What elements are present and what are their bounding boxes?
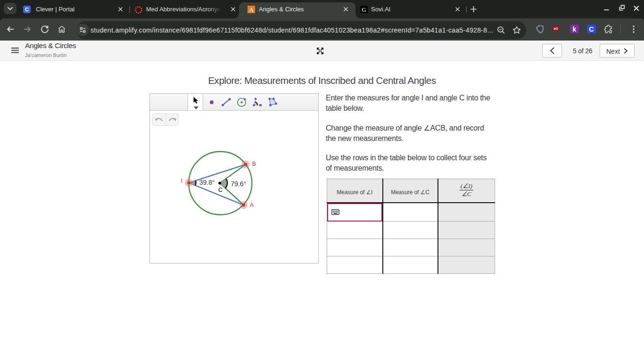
svg-text:B: B bbox=[252, 161, 256, 167]
svg-text:C: C bbox=[218, 187, 223, 193]
svg-text:39.8°: 39.8° bbox=[199, 179, 215, 186]
svg-text:C: C bbox=[589, 25, 594, 33]
svg-text:G: G bbox=[362, 6, 366, 13]
svg-text:79.6°: 79.6° bbox=[231, 180, 246, 188]
svg-text:uO: uO bbox=[553, 27, 558, 30]
svg-text:A: A bbox=[250, 202, 254, 208]
svg-text:C: C bbox=[25, 7, 29, 12]
svg-text:k: k bbox=[573, 25, 577, 33]
svg-text:I: I bbox=[181, 178, 182, 184]
svg-text:A: A bbox=[249, 7, 254, 13]
